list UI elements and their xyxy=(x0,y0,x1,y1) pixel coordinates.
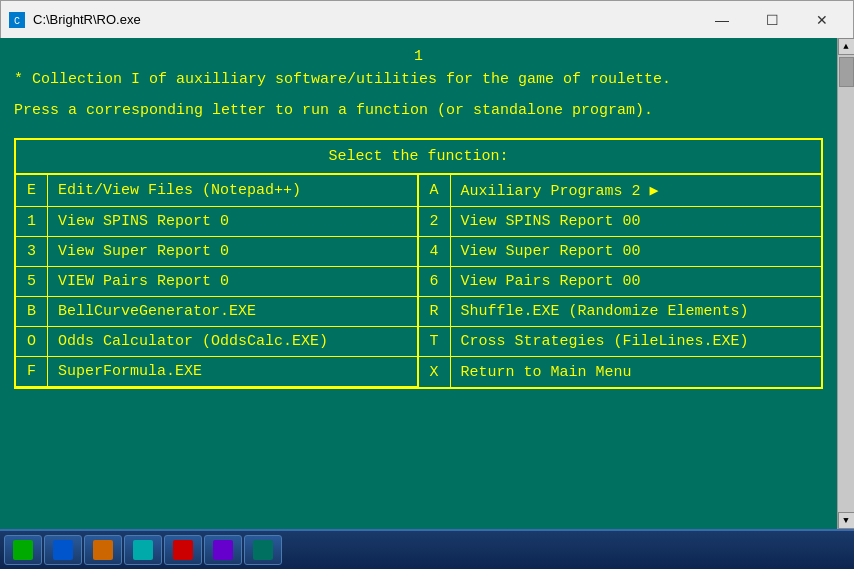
menu-label-R: Shuffle.EXE (Randomize Elements) xyxy=(451,297,822,326)
menu-label-4: View Super Report 00 xyxy=(451,237,822,266)
menu-label-O: Odds Calculator (OddsCalc.EXE) xyxy=(48,327,417,356)
taskbar-icon-2 xyxy=(53,540,73,560)
menu-label-B: BellCurveGenerator.EXE xyxy=(48,297,417,326)
svg-text:C: C xyxy=(14,16,20,27)
menu-row[interactable]: T Cross Strategies (FileLines.EXE) xyxy=(419,327,822,357)
menu-key-2: 2 xyxy=(419,207,451,236)
menu-row[interactable]: E Edit/View Files (Notepad++) xyxy=(16,175,419,207)
menu-label-T: Cross Strategies (FileLines.EXE) xyxy=(451,327,822,356)
menu-key-6: 6 xyxy=(419,267,451,296)
taskbar-item-1[interactable] xyxy=(4,535,42,565)
menu-label-6: View Pairs Report 00 xyxy=(451,267,822,296)
taskbar xyxy=(0,529,854,569)
menu-key-R: R xyxy=(419,297,451,326)
window-chrome: C C:\BrightR\RO.exe — ☐ ✕ xyxy=(0,0,854,38)
menu-row[interactable]: O Odds Calculator (OddsCalc.EXE) xyxy=(16,327,419,357)
menu-key-X: X xyxy=(419,357,451,387)
menu-label-1: View SPINS Report 0 xyxy=(48,207,417,236)
close-button[interactable]: ✕ xyxy=(799,6,845,34)
intro-line1: * Collection I of auxilliary software/ut… xyxy=(14,69,823,92)
menu-label-A: Auxiliary Programs 2 ▶ xyxy=(451,175,822,206)
menu-row[interactable]: 2 View SPINS Report 00 xyxy=(419,207,822,237)
taskbar-items xyxy=(4,534,282,566)
scroll-up-button[interactable]: ▲ xyxy=(838,38,855,55)
taskbar-icon-7 xyxy=(253,540,273,560)
menu-key-A: A xyxy=(419,175,451,206)
menu-container: Select the function: E Edit/View Files (… xyxy=(14,138,823,389)
window-icon: C xyxy=(9,12,25,28)
menu-key-E: E xyxy=(16,175,48,206)
scrollbar[interactable]: ▲ ▼ xyxy=(837,38,854,529)
taskbar-icon-4 xyxy=(133,540,153,560)
menu-label-5: VIEW Pairs Report 0 xyxy=(48,267,417,296)
menu-key-F: F xyxy=(16,357,48,386)
taskbar-item-2[interactable] xyxy=(44,535,82,565)
menu-key-B: B xyxy=(16,297,48,326)
intro-text: * Collection I of auxilliary software/ut… xyxy=(14,69,823,122)
menu-key-1: 1 xyxy=(16,207,48,236)
menu-label-F: SuperFormula.EXE xyxy=(48,357,417,386)
menu-key-3: 3 xyxy=(16,237,48,266)
menu-row[interactable]: 3 View Super Report 0 xyxy=(16,237,419,267)
menu-label-2: View SPINS Report 00 xyxy=(451,207,822,236)
menu-key-T: T xyxy=(419,327,451,356)
menu-row[interactable]: B BellCurveGenerator.EXE xyxy=(16,297,419,327)
menu-grid: E Edit/View Files (Notepad++) A Auxiliar… xyxy=(16,175,821,387)
taskbar-icon-6 xyxy=(213,540,233,560)
menu-row[interactable]: 4 View Super Report 00 xyxy=(419,237,822,267)
menu-row[interactable]: 1 View SPINS Report 0 xyxy=(16,207,419,237)
menu-row[interactable]: X Return to Main Menu xyxy=(419,357,822,387)
minimize-button[interactable]: — xyxy=(699,6,745,34)
window-controls: — ☐ ✕ xyxy=(699,6,845,34)
taskbar-item-6[interactable] xyxy=(204,535,242,565)
menu-key-O: O xyxy=(16,327,48,356)
taskbar-icon-1 xyxy=(13,540,33,560)
menu-label-3: View Super Report 0 xyxy=(48,237,417,266)
scrollbar-thumb[interactable] xyxy=(839,57,854,87)
menu-row[interactable]: R Shuffle.EXE (Randomize Elements) xyxy=(419,297,822,327)
taskbar-icon-5 xyxy=(173,540,193,560)
menu-key-5: 5 xyxy=(16,267,48,296)
menu-key-4: 4 xyxy=(419,237,451,266)
menu-header: Select the function: xyxy=(16,140,821,175)
terminal-wrapper: 1 * Collection I of auxilliary software/… xyxy=(0,38,854,529)
taskbar-item-3[interactable] xyxy=(84,535,122,565)
taskbar-item-5[interactable] xyxy=(164,535,202,565)
menu-label-E: Edit/View Files (Notepad++) xyxy=(48,175,417,206)
taskbar-item-4[interactable] xyxy=(124,535,162,565)
menu-row[interactable]: F SuperFormula.EXE xyxy=(16,357,419,387)
intro-line2: Press a corresponding letter to run a fu… xyxy=(14,100,823,123)
menu-label-X: Return to Main Menu xyxy=(451,357,822,387)
taskbar-item-7[interactable] xyxy=(244,535,282,565)
window-title: C:\BrightR\RO.exe xyxy=(33,12,699,27)
menu-row[interactable]: A Auxiliary Programs 2 ▶ xyxy=(419,175,822,207)
taskbar-icon-3 xyxy=(93,540,113,560)
scroll-down-button[interactable]: ▼ xyxy=(838,512,855,529)
page-number: 1 xyxy=(14,48,823,65)
menu-row[interactable]: 6 View Pairs Report 00 xyxy=(419,267,822,297)
maximize-button[interactable]: ☐ xyxy=(749,6,795,34)
terminal: 1 * Collection I of auxilliary software/… xyxy=(0,38,837,529)
menu-row[interactable]: 5 VIEW Pairs Report 0 xyxy=(16,267,419,297)
scrollbar-track[interactable] xyxy=(838,55,854,512)
